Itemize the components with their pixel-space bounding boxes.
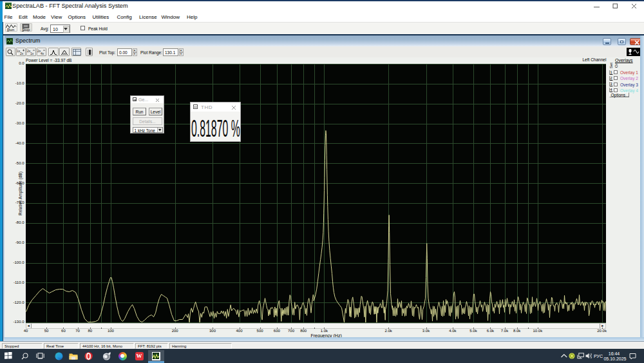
svg-text:1x: 1x [30,52,34,55]
svg-text:4x: 4x [41,52,44,55]
svg-text:Run: Run [7,28,14,32]
svg-text:Stop: Stop [22,28,30,32]
svg-text:2x: 2x [20,52,24,55]
